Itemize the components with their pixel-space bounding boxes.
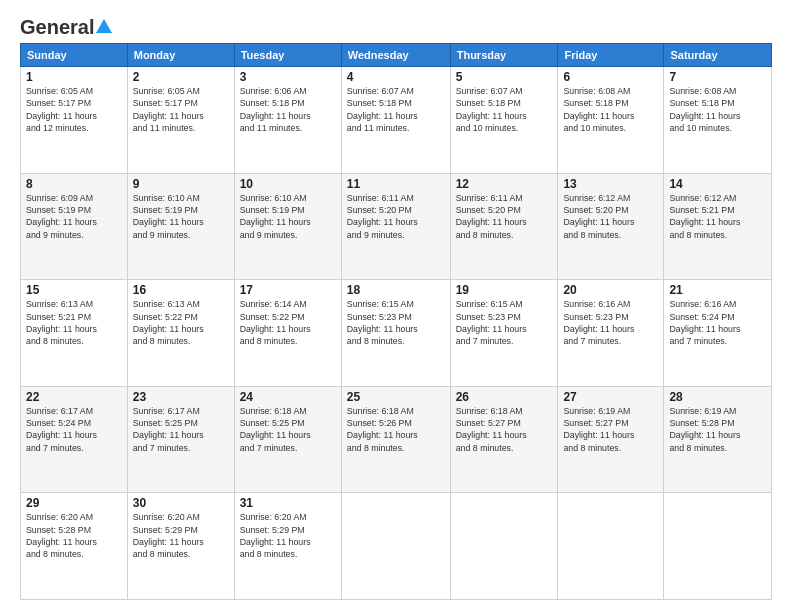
calendar-day-cell: 11Sunrise: 6:11 AM Sunset: 5:20 PM Dayli… [341, 173, 450, 280]
calendar-day-cell: 28Sunrise: 6:19 AM Sunset: 5:28 PM Dayli… [664, 386, 772, 493]
calendar-day-cell: 10Sunrise: 6:10 AM Sunset: 5:19 PM Dayli… [234, 173, 341, 280]
day-number: 30 [133, 496, 229, 510]
day-detail: Sunrise: 6:08 AM Sunset: 5:18 PM Dayligh… [669, 85, 766, 134]
calendar-day-cell: 29Sunrise: 6:20 AM Sunset: 5:28 PM Dayli… [21, 493, 128, 600]
day-detail: Sunrise: 6:16 AM Sunset: 5:24 PM Dayligh… [669, 298, 766, 347]
day-detail: Sunrise: 6:06 AM Sunset: 5:18 PM Dayligh… [240, 85, 336, 134]
day-number: 14 [669, 177, 766, 191]
day-number: 25 [347, 390, 445, 404]
calendar-day-cell: 27Sunrise: 6:19 AM Sunset: 5:27 PM Dayli… [558, 386, 664, 493]
calendar-day-cell: 19Sunrise: 6:15 AM Sunset: 5:23 PM Dayli… [450, 280, 558, 387]
calendar-day-header: Monday [127, 44, 234, 67]
logo-triangle-icon [95, 17, 113, 35]
svg-marker-0 [96, 19, 112, 33]
day-detail: Sunrise: 6:19 AM Sunset: 5:28 PM Dayligh… [669, 405, 766, 454]
calendar-week-row: 29Sunrise: 6:20 AM Sunset: 5:28 PM Dayli… [21, 493, 772, 600]
day-number: 7 [669, 70, 766, 84]
calendar-day-cell [558, 493, 664, 600]
calendar-day-header: Tuesday [234, 44, 341, 67]
day-number: 31 [240, 496, 336, 510]
calendar-day-cell: 9Sunrise: 6:10 AM Sunset: 5:19 PM Daylig… [127, 173, 234, 280]
day-detail: Sunrise: 6:20 AM Sunset: 5:28 PM Dayligh… [26, 511, 122, 560]
calendar-week-row: 22Sunrise: 6:17 AM Sunset: 5:24 PM Dayli… [21, 386, 772, 493]
calendar-day-cell: 21Sunrise: 6:16 AM Sunset: 5:24 PM Dayli… [664, 280, 772, 387]
day-detail: Sunrise: 6:11 AM Sunset: 5:20 PM Dayligh… [456, 192, 553, 241]
logo-icon: General [20, 16, 113, 39]
calendar-day-cell: 25Sunrise: 6:18 AM Sunset: 5:26 PM Dayli… [341, 386, 450, 493]
day-detail: Sunrise: 6:05 AM Sunset: 5:17 PM Dayligh… [133, 85, 229, 134]
calendar-day-cell: 5Sunrise: 6:07 AM Sunset: 5:18 PM Daylig… [450, 67, 558, 174]
day-number: 29 [26, 496, 122, 510]
day-number: 12 [456, 177, 553, 191]
calendar-day-cell: 13Sunrise: 6:12 AM Sunset: 5:20 PM Dayli… [558, 173, 664, 280]
day-detail: Sunrise: 6:15 AM Sunset: 5:23 PM Dayligh… [347, 298, 445, 347]
day-detail: Sunrise: 6:14 AM Sunset: 5:22 PM Dayligh… [240, 298, 336, 347]
calendar-day-cell: 8Sunrise: 6:09 AM Sunset: 5:19 PM Daylig… [21, 173, 128, 280]
calendar-day-cell [341, 493, 450, 600]
day-detail: Sunrise: 6:19 AM Sunset: 5:27 PM Dayligh… [563, 405, 658, 454]
day-detail: Sunrise: 6:11 AM Sunset: 5:20 PM Dayligh… [347, 192, 445, 241]
calendar-day-cell: 17Sunrise: 6:14 AM Sunset: 5:22 PM Dayli… [234, 280, 341, 387]
calendar-day-cell: 12Sunrise: 6:11 AM Sunset: 5:20 PM Dayli… [450, 173, 558, 280]
calendar-day-cell: 30Sunrise: 6:20 AM Sunset: 5:29 PM Dayli… [127, 493, 234, 600]
day-number: 26 [456, 390, 553, 404]
day-number: 20 [563, 283, 658, 297]
day-number: 27 [563, 390, 658, 404]
calendar-week-row: 15Sunrise: 6:13 AM Sunset: 5:21 PM Dayli… [21, 280, 772, 387]
day-detail: Sunrise: 6:20 AM Sunset: 5:29 PM Dayligh… [133, 511, 229, 560]
day-number: 15 [26, 283, 122, 297]
calendar-day-cell: 31Sunrise: 6:20 AM Sunset: 5:29 PM Dayli… [234, 493, 341, 600]
day-detail: Sunrise: 6:10 AM Sunset: 5:19 PM Dayligh… [133, 192, 229, 241]
calendar-day-cell: 15Sunrise: 6:13 AM Sunset: 5:21 PM Dayli… [21, 280, 128, 387]
calendar-day-cell: 1Sunrise: 6:05 AM Sunset: 5:17 PM Daylig… [21, 67, 128, 174]
calendar-day-cell [664, 493, 772, 600]
day-number: 28 [669, 390, 766, 404]
calendar-day-cell: 22Sunrise: 6:17 AM Sunset: 5:24 PM Dayli… [21, 386, 128, 493]
day-detail: Sunrise: 6:17 AM Sunset: 5:24 PM Dayligh… [26, 405, 122, 454]
day-number: 9 [133, 177, 229, 191]
day-number: 17 [240, 283, 336, 297]
day-detail: Sunrise: 6:07 AM Sunset: 5:18 PM Dayligh… [456, 85, 553, 134]
day-detail: Sunrise: 6:15 AM Sunset: 5:23 PM Dayligh… [456, 298, 553, 347]
day-detail: Sunrise: 6:12 AM Sunset: 5:21 PM Dayligh… [669, 192, 766, 241]
calendar-day-cell: 24Sunrise: 6:18 AM Sunset: 5:25 PM Dayli… [234, 386, 341, 493]
day-detail: Sunrise: 6:12 AM Sunset: 5:20 PM Dayligh… [563, 192, 658, 241]
header: General [20, 16, 772, 35]
day-number: 1 [26, 70, 122, 84]
day-number: 13 [563, 177, 658, 191]
calendar-day-header: Friday [558, 44, 664, 67]
day-detail: Sunrise: 6:13 AM Sunset: 5:21 PM Dayligh… [26, 298, 122, 347]
calendar-day-header: Sunday [21, 44, 128, 67]
day-detail: Sunrise: 6:13 AM Sunset: 5:22 PM Dayligh… [133, 298, 229, 347]
day-number: 4 [347, 70, 445, 84]
day-detail: Sunrise: 6:16 AM Sunset: 5:23 PM Dayligh… [563, 298, 658, 347]
calendar-day-cell: 26Sunrise: 6:18 AM Sunset: 5:27 PM Dayli… [450, 386, 558, 493]
logo: General [20, 16, 113, 35]
day-detail: Sunrise: 6:07 AM Sunset: 5:18 PM Dayligh… [347, 85, 445, 134]
calendar-day-cell: 3Sunrise: 6:06 AM Sunset: 5:18 PM Daylig… [234, 67, 341, 174]
day-number: 8 [26, 177, 122, 191]
calendar-day-cell: 6Sunrise: 6:08 AM Sunset: 5:18 PM Daylig… [558, 67, 664, 174]
day-number: 22 [26, 390, 122, 404]
calendar-table: SundayMondayTuesdayWednesdayThursdayFrid… [20, 43, 772, 600]
day-number: 24 [240, 390, 336, 404]
logo-general-text: General [20, 16, 94, 39]
calendar-day-cell [450, 493, 558, 600]
day-number: 19 [456, 283, 553, 297]
calendar-week-row: 8Sunrise: 6:09 AM Sunset: 5:19 PM Daylig… [21, 173, 772, 280]
page: General SundayMondayTuesdayWednesdayThur… [0, 0, 792, 612]
day-number: 16 [133, 283, 229, 297]
day-detail: Sunrise: 6:05 AM Sunset: 5:17 PM Dayligh… [26, 85, 122, 134]
calendar-day-header: Wednesday [341, 44, 450, 67]
day-number: 2 [133, 70, 229, 84]
calendar-day-cell: 7Sunrise: 6:08 AM Sunset: 5:18 PM Daylig… [664, 67, 772, 174]
day-number: 5 [456, 70, 553, 84]
calendar-day-header: Saturday [664, 44, 772, 67]
calendar-day-cell: 20Sunrise: 6:16 AM Sunset: 5:23 PM Dayli… [558, 280, 664, 387]
calendar-day-cell: 14Sunrise: 6:12 AM Sunset: 5:21 PM Dayli… [664, 173, 772, 280]
day-detail: Sunrise: 6:18 AM Sunset: 5:25 PM Dayligh… [240, 405, 336, 454]
day-detail: Sunrise: 6:17 AM Sunset: 5:25 PM Dayligh… [133, 405, 229, 454]
calendar-day-cell: 18Sunrise: 6:15 AM Sunset: 5:23 PM Dayli… [341, 280, 450, 387]
calendar-week-row: 1Sunrise: 6:05 AM Sunset: 5:17 PM Daylig… [21, 67, 772, 174]
day-number: 11 [347, 177, 445, 191]
